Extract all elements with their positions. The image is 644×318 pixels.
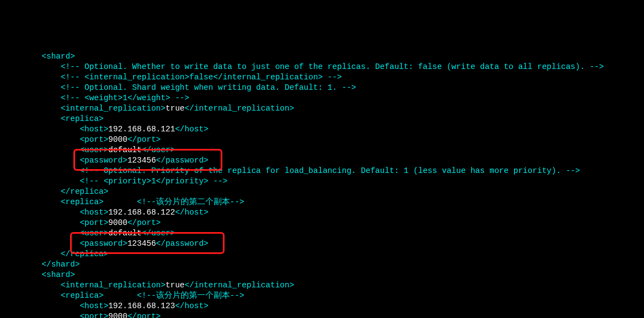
token-tag: <user> [80,229,108,238]
token-tag: <shard> [42,52,75,61]
code-line: <shard> [0,51,644,62]
token-tag: <port> [80,135,108,144]
xml-code-block: <shard> <!-- Optional. Whether to write … [0,51,644,318]
code-line: </replica> [0,187,644,197]
code-line: <!-- <weight>1</weight> --> [0,93,644,103]
code-line: <shard> [0,270,644,280]
token-text: default [108,229,142,238]
token-tag: </password> [156,156,209,165]
token-tag: </host> [175,302,209,310]
token-text: 192.168.68.121 [108,125,175,134]
token-tag: <host> [80,208,108,217]
token-tag: </replica> [61,187,108,196]
code-line: <internal_replication>true</internal_rep… [0,280,644,291]
code-line: <port>9000</port> [0,311,644,318]
token-tag: <user> [80,146,108,154]
code-line: <!-- Optional. Priority of the replica f… [0,166,644,176]
token-comment: <!-- <priority>1</priority> --> [80,177,228,186]
token-tag: </port> [128,218,161,227]
code-line: <replica> <!--该分片的第一个副本--> [0,291,644,301]
token-tag: <password> [80,239,128,248]
token-tag: <port> [80,312,108,318]
code-line: <password>123456</password> [0,239,644,249]
token-text: true [165,104,185,113]
code-line: <internal_replication>true</internal_rep… [0,103,644,114]
token-text: 9000 [108,312,128,318]
code-line: </replica> [0,249,644,259]
code-line: <host>192.168.68.122</host> [0,207,644,218]
token-text: 123456 [128,239,156,248]
token-tag: </user> [142,146,175,154]
code-line: <replica> <!--该分片的第二个副本--> [0,197,644,207]
token-tag: <port> [80,218,108,227]
token-text: 192.168.68.123 [108,302,175,310]
token-tag: </internal_replication> [185,104,294,113]
token-comment: <!-- Optional. Priority of the replica f… [80,166,580,175]
token-tag: <replica> [61,291,137,300]
code-line: <!-- Optional. Whether to write data to … [0,62,644,72]
token-tag: </port> [128,312,161,318]
token-tag: <internal_replication> [61,104,165,113]
token-tag: <internal_replication> [61,281,165,290]
token-text: 9000 [108,135,128,144]
code-line: <!-- <internal_replication>false</intern… [0,72,644,83]
token-tag: <host> [80,302,108,310]
token-tag: </host> [175,125,209,134]
token-tag: <shard> [42,270,75,279]
code-line: <user>default</user> [0,145,644,155]
token-text: 123456 [128,156,156,165]
token-tag: </host> [175,208,209,217]
token-comment: <!-- Optional. Whether to write data to … [61,62,604,71]
token-comment: <!-- <weight>1</weight> --> [61,94,189,102]
code-line: <replica> [0,114,644,124]
token-tag: </port> [128,135,161,144]
code-line: </shard> [0,259,644,270]
code-line: <!-- Optional. Shard weight when writing… [0,83,644,93]
token-comment: <!--该分片的第一个副本--> [137,291,244,300]
token-tag: <replica> [61,198,137,206]
code-line: <user>default</user> [0,228,644,239]
token-text: default [108,146,142,154]
token-comment: <!-- Optional. Shard weight when writing… [61,83,357,92]
token-tag: </internal_replication> [185,281,294,290]
code-line: <port>9000</port> [0,218,644,228]
token-comment: <!--该分片的第二个副本--> [137,198,244,206]
token-tag: </replica> [61,250,108,258]
token-tag: <host> [80,125,108,134]
token-tag: </password> [156,239,209,248]
token-comment: <!-- <internal_replication>false</intern… [61,73,342,82]
token-tag: </shard> [42,260,80,269]
code-line: <host>192.168.68.121</host> [0,124,644,135]
code-line: <host>192.168.68.123</host> [0,301,644,311]
code-line: <!-- <priority>1</priority> --> [0,176,644,187]
code-line: <password>123456</password> [0,155,644,166]
code-line: <port>9000</port> [0,135,644,145]
token-text: true [165,281,185,290]
token-text: 192.168.68.122 [108,208,175,217]
token-tag: <password> [80,156,128,165]
token-tag: </user> [142,229,175,238]
token-text: 9000 [108,218,128,227]
token-tag: <replica> [61,114,104,123]
